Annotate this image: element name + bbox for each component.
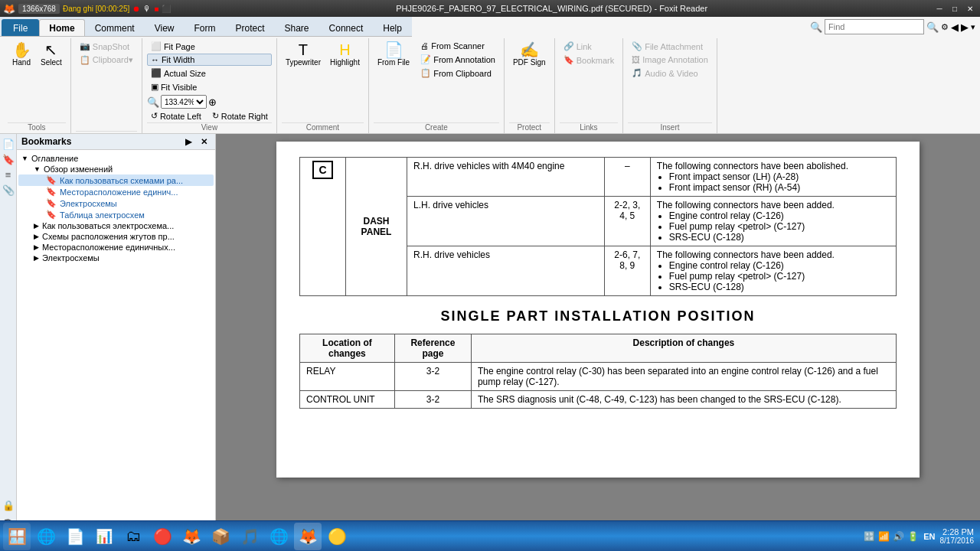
file-attachment-button[interactable]: 📎 File Attachment (628, 40, 712, 53)
link-button[interactable]: 🔗 Link (560, 40, 619, 53)
rotate-right-button[interactable]: ↻ Rotate Right (208, 109, 272, 122)
tab-home[interactable]: Home (39, 19, 84, 36)
find-search-icon[interactable]: 🔍 (926, 21, 939, 33)
stop-icon[interactable]: ⬛ (162, 5, 171, 13)
sidebar-item-label: Электросхемы (42, 253, 100, 262)
sidebar-close-btn[interactable]: ✕ (197, 135, 211, 148)
snapshot-icon: 📷 (80, 41, 90, 51)
taskbar-firefox[interactable]: 🦊 (178, 523, 205, 550)
taskbar-excel[interactable]: 📊 (90, 523, 118, 550)
comment-group-label: Comment (282, 122, 364, 132)
tools-group-label: Tools (8, 122, 66, 132)
nav-prev-icon[interactable]: ◀ (951, 21, 959, 33)
highlight-icon: H (339, 42, 350, 57)
taskbar-app1[interactable]: 🔴 (149, 523, 176, 550)
lock-icon[interactable]: 🔒 (2, 498, 15, 512)
sidebar-tree-item[interactable]: 🔖Таблица электросхем (18, 209, 214, 220)
sidebar-tree-item[interactable]: ▼Оглавление (18, 153, 214, 164)
typewriter-button[interactable]: T Typewriter (282, 40, 325, 69)
audio-video-button[interactable]: 🎵 Audio & Video (628, 67, 712, 80)
from-file-button[interactable]: 📄 From File (374, 40, 413, 69)
taskbar-explorer[interactable]: 🗂 (119, 523, 147, 550)
sidebar-item-label: Месторасположение единичных... (42, 243, 175, 252)
taskbar-app5[interactable]: 🟡 (323, 523, 351, 550)
bookmarks-panel-icon[interactable]: 🔖 (2, 152, 15, 166)
fit-width-button[interactable]: ↔ Fit Width (147, 54, 272, 66)
bookmark-button[interactable]: 🔖 Bookmark (560, 54, 619, 67)
tools2-group-label (76, 131, 137, 132)
select-button[interactable]: ↖ Select (37, 40, 66, 69)
tab-view[interactable]: View (145, 19, 185, 36)
select-label: Select (41, 58, 62, 67)
actual-size-button[interactable]: ⬛ Actual Size (147, 67, 272, 80)
sidebar-tree-item[interactable]: ▶Месторасположение единичных... (18, 242, 214, 253)
document-area[interactable]: C DASH PANEL R.H. drive vehicles with 4M… (216, 134, 980, 530)
insert-group-label: Insert (628, 122, 712, 132)
zoom-select[interactable]: 133.42% (161, 95, 207, 109)
tab-comment[interactable]: Comment (85, 19, 145, 36)
rotate-left-button[interactable]: ↺ Rotate Left (147, 109, 205, 122)
find-options-icon[interactable]: ⚙ (941, 22, 949, 32)
taskbar-ie[interactable]: 🌐 (32, 523, 60, 550)
sidebar-tree-item[interactable]: ▶Как пользоваться электросхема... (18, 220, 214, 231)
close-button[interactable]: ✕ (963, 2, 977, 15)
highlight-button[interactable]: H Highlight (326, 40, 364, 69)
fit-page-button[interactable]: ⬜ Fit Page (147, 40, 272, 53)
pdf-sign-button[interactable]: ✍ PDF Sign (509, 40, 550, 69)
maximize-button[interactable]: □ (948, 2, 962, 15)
tab-protect[interactable]: Protect (226, 19, 275, 36)
start-button[interactable]: 🪟 (3, 523, 31, 550)
sidebar-expand-btn[interactable]: ▶ (181, 135, 195, 148)
expand-icon[interactable]: ▾ (971, 22, 975, 32)
hand-label: Hand (12, 58, 31, 67)
taskbar-foxit[interactable]: 🦊 (294, 523, 322, 550)
layers-icon[interactable]: ≡ (2, 168, 15, 181)
from-annotation-button[interactable]: 📝 From Annotation (416, 53, 499, 66)
snapshot-button[interactable]: 📷 SnapShot (76, 40, 137, 53)
tree-page-icon: 🔖 (46, 198, 57, 208)
tab-form[interactable]: Form (185, 19, 226, 36)
pages-icon[interactable]: 📄 (2, 137, 15, 151)
sidebar-tree-item[interactable]: 🔖Месторасположение единич... (18, 186, 214, 197)
taskbar-acrobat[interactable]: 📄 (61, 523, 89, 550)
ribbon-group-links: 🔗 Link 🔖 Bookmark Links (555, 38, 624, 133)
tray-icon-1: 🔡 (864, 531, 875, 542)
attachments-icon[interactable]: 📎 (2, 183, 15, 197)
sidebar-item-label: Обзор изменений (44, 165, 113, 174)
sidebar-tree-item[interactable]: ▼Обзор изменений (18, 164, 214, 174)
hand-icon: ✋ (12, 42, 31, 57)
taskbar-app4[interactable]: 🌐 (265, 523, 292, 550)
tree-expand-icon: ▶ (34, 222, 39, 230)
hand-button[interactable]: ✋ Hand (8, 40, 35, 69)
col-description: Description of changes (471, 334, 896, 363)
table-row: C DASH PANEL R.H. drive vehicles with 4M… (300, 158, 897, 197)
zoom-in-icon[interactable]: ⊕ (208, 96, 217, 108)
ribbon-group-create: 📄 From File 🖨 From Scanner 📝 From Annota… (369, 38, 505, 133)
taskbar-app3[interactable]: 🎵 (236, 523, 263, 550)
fit-visible-button[interactable]: ▣ Fit Visible (147, 80, 272, 93)
nav-next-icon[interactable]: ▶ (961, 21, 969, 33)
window-title: PHJE9026-F_PAJERO_97_ELECTRICAL_WIRING.p… (171, 4, 933, 13)
tab-share[interactable]: Share (275, 19, 319, 36)
desc-cell: The following connectors have been aboli… (650, 158, 896, 197)
tab-connect[interactable]: Connect (319, 19, 374, 36)
image-annotation-button[interactable]: 🖼 Image Annotation (628, 54, 712, 66)
view-group-label: View (147, 122, 272, 132)
taskbar-app2[interactable]: 📦 (207, 523, 234, 550)
sidebar-tree-item[interactable]: 🔖Как пользоваться схемами ра... (18, 174, 214, 186)
actual-size-icon: ⬛ (151, 68, 162, 78)
zoom-out-icon[interactable]: 🔍 (147, 96, 159, 108)
tab-help[interactable]: Help (373, 19, 412, 36)
from-clipboard-button[interactable]: 📋 From Clipboard (416, 67, 499, 80)
clipboard-button[interactable]: 📋 Clipboard▾ (76, 54, 137, 67)
sidebar-tree-item[interactable]: 🔖Электросхемы (18, 197, 214, 209)
tree-expand-icon: ▼ (21, 155, 28, 162)
from-scanner-button[interactable]: 🖨 From Scanner (416, 40, 499, 52)
find-input[interactable] (825, 19, 924, 34)
minimize-button[interactable]: ─ (933, 2, 946, 15)
sidebar-tree-item[interactable]: ▶Схемы расположения жгутов пр... (18, 231, 214, 242)
table-cell-reference: 3-2 (394, 363, 471, 391)
sidebar-tree-item[interactable]: ▶Электросхемы (18, 253, 214, 263)
titlebar: 🦊 1366x768 Đang ghi [00:00:25] ⏺ 🎙 ■ ⬛ P… (0, 0, 980, 17)
tab-file[interactable]: File (2, 19, 39, 36)
